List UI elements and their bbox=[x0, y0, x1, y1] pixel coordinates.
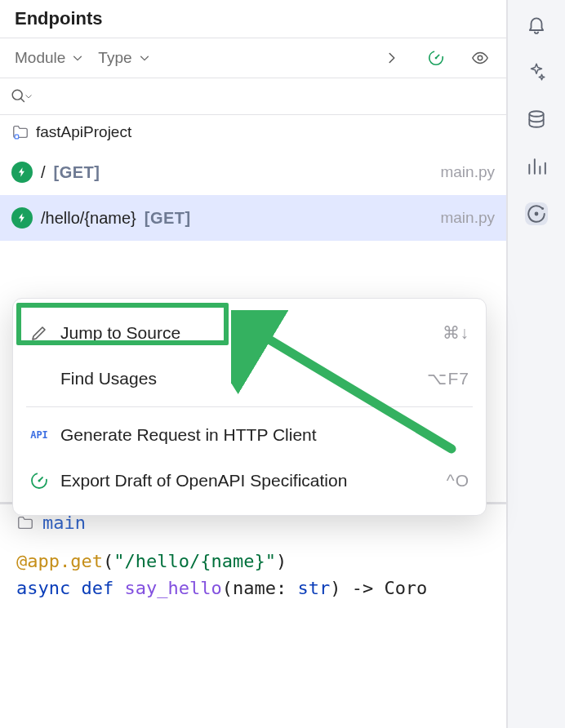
menu-jump-label: Jump to Source bbox=[60, 323, 180, 343]
svg-point-1 bbox=[435, 57, 438, 60]
database-icon[interactable] bbox=[525, 108, 548, 131]
svg-point-2 bbox=[478, 55, 483, 60]
empty-icon bbox=[29, 369, 49, 388]
menu-find-usages-label: Find Usages bbox=[60, 369, 157, 388]
bolt-icon bbox=[11, 162, 33, 183]
chart-icon[interactable] bbox=[525, 155, 548, 178]
endpoints-panel: Endpoints Module Type fastApiProject bbox=[0, 0, 507, 728]
type-filter[interactable]: Type bbox=[98, 49, 149, 67]
gauge-icon[interactable] bbox=[421, 43, 451, 73]
panel-header: Endpoints bbox=[0, 0, 506, 38]
menu-generate-request[interactable]: API Generate Request in HTTP Client bbox=[13, 412, 486, 458]
svg-point-8 bbox=[529, 111, 543, 117]
menu-separator bbox=[26, 406, 473, 407]
chevron-down-icon bbox=[139, 52, 150, 64]
menu-shortcut: ⌥F7 bbox=[427, 369, 469, 388]
svg-rect-4 bbox=[15, 135, 19, 139]
code-line-2: async def say_hello(name: str) -> Coro bbox=[16, 575, 490, 601]
code-line-1: @app.get("/hello/{name}") bbox=[16, 548, 490, 575]
svg-point-10 bbox=[535, 212, 539, 216]
svg-point-6 bbox=[38, 480, 41, 482]
endpoint-file: main.py bbox=[440, 163, 495, 181]
panel-title: Endpoints bbox=[15, 8, 103, 29]
bolt-icon bbox=[11, 207, 33, 229]
endpoint-path: /hello/{name} bbox=[41, 209, 136, 228]
menu-shortcut: ⌘↓ bbox=[443, 323, 470, 343]
api-badge-icon: API bbox=[29, 425, 49, 445]
gauge-icon bbox=[29, 471, 49, 491]
code-block: @app.get("/hello/{name}") async def say_… bbox=[0, 541, 506, 608]
chevron-down-icon bbox=[72, 52, 83, 64]
search-row[interactable] bbox=[0, 78, 506, 115]
sparkle-icon[interactable] bbox=[525, 60, 548, 83]
menu-find-usages[interactable]: Find Usages ⌥F7 bbox=[13, 356, 486, 402]
menu-export-label: Export Draft of OpenAPI Specification bbox=[60, 471, 347, 491]
endpoints-list: / [GET] main.py /hello/{name} [GET] main… bbox=[0, 149, 506, 241]
folder-icon bbox=[11, 123, 29, 141]
project-name: fastApiProject bbox=[36, 123, 131, 141]
svg-point-9 bbox=[541, 207, 544, 210]
endpoint-method: [GET] bbox=[145, 209, 191, 228]
menu-generate-label: Generate Request in HTTP Client bbox=[60, 425, 317, 445]
endpoint-path: / bbox=[41, 163, 46, 182]
expand-icon[interactable] bbox=[377, 43, 407, 73]
menu-jump-to-source[interactable]: Jump to Source ⌘↓ bbox=[13, 310, 486, 356]
bell-icon[interactable] bbox=[525, 13, 548, 36]
endpoint-method: [GET] bbox=[54, 163, 100, 182]
module-filter-label: Module bbox=[15, 49, 65, 67]
chevron-down-small-icon bbox=[24, 92, 33, 100]
pencil-icon bbox=[29, 323, 49, 343]
project-node[interactable]: fastApiProject bbox=[0, 115, 506, 149]
type-filter-label: Type bbox=[98, 49, 131, 67]
context-menu: Jump to Source ⌘↓ Find Usages ⌥F7 API Ge… bbox=[12, 298, 487, 516]
endpoint-file: main.py bbox=[440, 209, 495, 227]
menu-export-openapi[interactable]: Export Draft of OpenAPI Specification ^O bbox=[13, 458, 486, 504]
module-filter[interactable]: Module bbox=[15, 49, 83, 67]
endpoints-tool-icon[interactable] bbox=[525, 202, 548, 225]
right-tool-strip bbox=[507, 0, 565, 728]
endpoint-row[interactable]: / [GET] main.py bbox=[0, 149, 506, 195]
panel-toolbar: Module Type bbox=[0, 38, 506, 78]
menu-shortcut: ^O bbox=[447, 471, 469, 491]
endpoint-row[interactable]: /hello/{name} [GET] main.py bbox=[0, 195, 506, 241]
eye-icon[interactable] bbox=[465, 43, 495, 73]
folder-icon bbox=[16, 514, 34, 532]
